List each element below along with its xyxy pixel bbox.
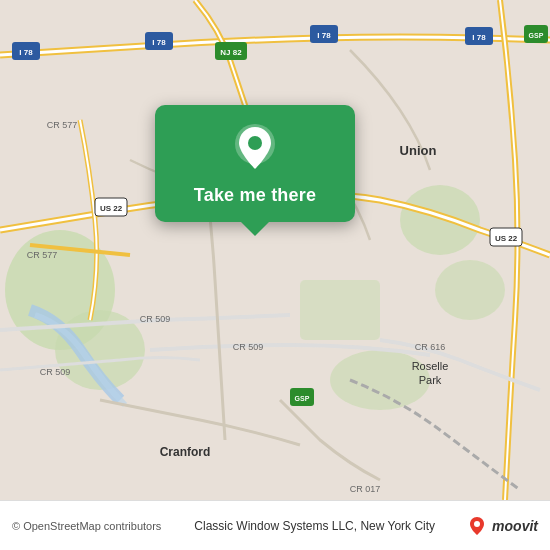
bottom-bar: © OpenStreetMap contributors Classic Win… bbox=[0, 500, 550, 550]
svg-text:I 78: I 78 bbox=[152, 38, 166, 47]
svg-text:Park: Park bbox=[419, 374, 442, 386]
moovit-pin-icon bbox=[466, 515, 488, 537]
svg-point-37 bbox=[248, 136, 262, 150]
svg-text:Roselle: Roselle bbox=[412, 360, 449, 372]
svg-point-3 bbox=[400, 185, 480, 255]
svg-text:CR 616: CR 616 bbox=[415, 342, 446, 352]
location-label: Classic Window Systems LLC, New York Cit… bbox=[163, 519, 466, 533]
svg-point-38 bbox=[474, 521, 480, 527]
svg-text:Cranford: Cranford bbox=[160, 445, 211, 459]
svg-text:CR 577: CR 577 bbox=[27, 250, 58, 260]
svg-text:Union: Union bbox=[400, 143, 437, 158]
svg-text:CR 577: CR 577 bbox=[47, 120, 78, 130]
svg-text:I 78: I 78 bbox=[472, 33, 486, 42]
moovit-logo: moovit bbox=[466, 515, 538, 537]
moovit-brand-text: moovit bbox=[492, 518, 538, 534]
svg-text:US 22: US 22 bbox=[495, 234, 518, 243]
svg-text:CR 509: CR 509 bbox=[233, 342, 264, 352]
svg-text:I 78: I 78 bbox=[19, 48, 33, 57]
copyright-text: © OpenStreetMap contributors bbox=[12, 520, 163, 532]
map-container: I 78 I 78 I 78 I 78 NJ 82 GSP GSP US 22 … bbox=[0, 0, 550, 500]
popup-card[interactable]: Take me there bbox=[155, 105, 355, 222]
location-pin-icon bbox=[229, 123, 281, 175]
take-me-there-button[interactable]: Take me there bbox=[194, 185, 316, 206]
svg-text:NJ 82: NJ 82 bbox=[220, 48, 242, 57]
svg-text:GSP: GSP bbox=[295, 395, 310, 402]
svg-point-5 bbox=[330, 350, 430, 410]
svg-text:US 22: US 22 bbox=[100, 204, 123, 213]
svg-text:CR 017: CR 017 bbox=[350, 484, 381, 494]
svg-text:CR 509: CR 509 bbox=[40, 367, 71, 377]
svg-text:GSP: GSP bbox=[529, 32, 544, 39]
map-svg: I 78 I 78 I 78 I 78 NJ 82 GSP GSP US 22 … bbox=[0, 0, 550, 500]
svg-point-4 bbox=[435, 260, 505, 320]
svg-rect-6 bbox=[300, 280, 380, 340]
svg-text:I 78: I 78 bbox=[317, 31, 331, 40]
svg-text:CR 509: CR 509 bbox=[140, 314, 171, 324]
